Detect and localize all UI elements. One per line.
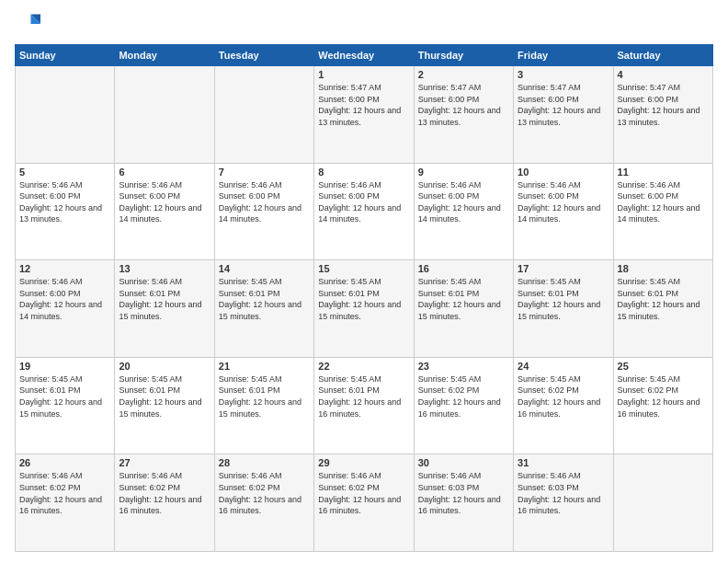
day-info: Sunrise: 5:45 AMSunset: 6:01 PMDaylight:… bbox=[318, 373, 409, 419]
day-number: 18 bbox=[618, 263, 709, 274]
calendar-cell: 28 Sunrise: 5:46 AMSunset: 6:02 PMDaylig… bbox=[214, 454, 313, 552]
calendar-cell: 9 Sunrise: 5:46 AMSunset: 6:00 PMDayligh… bbox=[414, 163, 513, 260]
day-info: Sunrise: 5:46 AMSunset: 6:00 PMDaylight:… bbox=[19, 276, 110, 322]
weekday-header-row: SundayMondayTuesdayWednesdayThursdayFrid… bbox=[16, 45, 713, 66]
calendar-table: SundayMondayTuesdayWednesdayThursdayFrid… bbox=[15, 44, 713, 552]
weekday-header: Monday bbox=[115, 45, 214, 66]
day-number: 23 bbox=[418, 361, 509, 372]
header bbox=[15, 11, 713, 37]
calendar-week-row: 12 Sunrise: 5:46 AMSunset: 6:00 PMDaylig… bbox=[16, 260, 713, 358]
calendar-cell: 26 Sunrise: 5:46 AMSunset: 6:02 PMDaylig… bbox=[16, 454, 115, 552]
day-number: 20 bbox=[119, 361, 210, 372]
day-number: 26 bbox=[19, 457, 110, 468]
day-info: Sunrise: 5:45 AMSunset: 6:02 PMDaylight:… bbox=[618, 373, 709, 419]
calendar-cell: 23 Sunrise: 5:45 AMSunset: 6:02 PMDaylig… bbox=[414, 357, 513, 454]
day-info: Sunrise: 5:45 AMSunset: 6:01 PMDaylight:… bbox=[219, 373, 310, 419]
calendar-cell: 14 Sunrise: 5:45 AMSunset: 6:01 PMDaylig… bbox=[214, 260, 313, 358]
day-number: 8 bbox=[318, 167, 409, 178]
day-number: 11 bbox=[618, 167, 709, 178]
day-info: Sunrise: 5:45 AMSunset: 6:02 PMDaylight:… bbox=[518, 373, 609, 419]
day-info: Sunrise: 5:47 AMSunset: 6:00 PMDaylight:… bbox=[618, 82, 709, 128]
day-info: Sunrise: 5:46 AMSunset: 6:00 PMDaylight:… bbox=[119, 179, 210, 225]
calendar-week-row: 19 Sunrise: 5:45 AMSunset: 6:01 PMDaylig… bbox=[16, 357, 713, 454]
day-number: 13 bbox=[119, 263, 210, 274]
day-number: 3 bbox=[518, 69, 609, 80]
day-number: 27 bbox=[119, 457, 210, 468]
logo bbox=[15, 11, 44, 37]
day-number: 16 bbox=[418, 263, 509, 274]
day-number: 19 bbox=[19, 361, 110, 372]
day-info: Sunrise: 5:46 AMSunset: 6:02 PMDaylight:… bbox=[119, 470, 210, 516]
calendar-cell: 5 Sunrise: 5:46 AMSunset: 6:00 PMDayligh… bbox=[16, 163, 115, 260]
calendar-cell: 12 Sunrise: 5:46 AMSunset: 6:00 PMDaylig… bbox=[16, 260, 115, 358]
weekday-header: Wednesday bbox=[314, 45, 414, 66]
day-number: 7 bbox=[219, 167, 310, 178]
calendar-cell: 29 Sunrise: 5:46 AMSunset: 6:02 PMDaylig… bbox=[314, 454, 414, 552]
day-number: 4 bbox=[618, 69, 709, 80]
day-info: Sunrise: 5:46 AMSunset: 6:02 PMDaylight:… bbox=[219, 470, 310, 516]
day-info: Sunrise: 5:46 AMSunset: 6:03 PMDaylight:… bbox=[418, 470, 509, 516]
calendar-week-row: 1 Sunrise: 5:47 AMSunset: 6:00 PMDayligh… bbox=[16, 66, 713, 164]
day-info: Sunrise: 5:45 AMSunset: 6:01 PMDaylight:… bbox=[418, 276, 509, 322]
calendar-cell: 8 Sunrise: 5:46 AMSunset: 6:00 PMDayligh… bbox=[314, 163, 414, 260]
day-number: 29 bbox=[318, 457, 409, 468]
day-info: Sunrise: 5:46 AMSunset: 6:03 PMDaylight:… bbox=[518, 470, 609, 516]
day-info: Sunrise: 5:47 AMSunset: 6:00 PMDaylight:… bbox=[418, 82, 509, 128]
weekday-header: Friday bbox=[514, 45, 613, 66]
calendar-cell bbox=[16, 66, 115, 164]
day-number: 21 bbox=[219, 361, 310, 372]
day-number: 5 bbox=[19, 167, 110, 178]
day-number: 10 bbox=[518, 167, 609, 178]
calendar-cell: 11 Sunrise: 5:46 AMSunset: 6:00 PMDaylig… bbox=[613, 163, 712, 260]
day-info: Sunrise: 5:45 AMSunset: 6:01 PMDaylight:… bbox=[219, 276, 310, 322]
day-number: 24 bbox=[518, 361, 609, 372]
day-info: Sunrise: 5:46 AMSunset: 6:01 PMDaylight:… bbox=[119, 276, 210, 322]
calendar-cell: 20 Sunrise: 5:45 AMSunset: 6:01 PMDaylig… bbox=[115, 357, 214, 454]
calendar-cell: 30 Sunrise: 5:46 AMSunset: 6:03 PMDaylig… bbox=[414, 454, 513, 552]
day-number: 30 bbox=[418, 457, 509, 468]
day-info: Sunrise: 5:47 AMSunset: 6:00 PMDaylight:… bbox=[318, 82, 409, 128]
day-info: Sunrise: 5:46 AMSunset: 6:00 PMDaylight:… bbox=[19, 179, 110, 225]
calendar-cell bbox=[613, 454, 712, 552]
day-number: 28 bbox=[219, 457, 310, 468]
calendar-cell: 27 Sunrise: 5:46 AMSunset: 6:02 PMDaylig… bbox=[115, 454, 214, 552]
calendar-cell: 25 Sunrise: 5:45 AMSunset: 6:02 PMDaylig… bbox=[613, 357, 712, 454]
calendar-cell: 2 Sunrise: 5:47 AMSunset: 6:00 PMDayligh… bbox=[414, 66, 513, 164]
calendar-cell: 3 Sunrise: 5:47 AMSunset: 6:00 PMDayligh… bbox=[514, 66, 613, 164]
day-info: Sunrise: 5:45 AMSunset: 6:01 PMDaylight:… bbox=[318, 276, 409, 322]
calendar-cell: 19 Sunrise: 5:45 AMSunset: 6:01 PMDaylig… bbox=[16, 357, 115, 454]
calendar-cell: 7 Sunrise: 5:46 AMSunset: 6:00 PMDayligh… bbox=[214, 163, 313, 260]
day-number: 31 bbox=[518, 457, 609, 468]
logo-icon bbox=[15, 11, 40, 37]
day-info: Sunrise: 5:46 AMSunset: 6:02 PMDaylight:… bbox=[19, 470, 110, 516]
weekday-header: Saturday bbox=[613, 45, 712, 66]
day-info: Sunrise: 5:47 AMSunset: 6:00 PMDaylight:… bbox=[518, 82, 609, 128]
calendar-cell: 16 Sunrise: 5:45 AMSunset: 6:01 PMDaylig… bbox=[414, 260, 513, 358]
day-number: 14 bbox=[219, 263, 310, 274]
calendar-cell: 10 Sunrise: 5:46 AMSunset: 6:00 PMDaylig… bbox=[514, 163, 613, 260]
day-number: 22 bbox=[318, 361, 409, 372]
day-number: 6 bbox=[119, 167, 210, 178]
calendar-cell: 17 Sunrise: 5:45 AMSunset: 6:01 PMDaylig… bbox=[514, 260, 613, 358]
calendar-week-row: 26 Sunrise: 5:46 AMSunset: 6:02 PMDaylig… bbox=[16, 454, 713, 552]
day-number: 2 bbox=[418, 69, 509, 80]
day-info: Sunrise: 5:46 AMSunset: 6:00 PMDaylight:… bbox=[219, 179, 310, 225]
calendar-cell bbox=[214, 66, 313, 164]
calendar-week-row: 5 Sunrise: 5:46 AMSunset: 6:00 PMDayligh… bbox=[16, 163, 713, 260]
calendar-cell bbox=[115, 66, 214, 164]
day-info: Sunrise: 5:45 AMSunset: 6:01 PMDaylight:… bbox=[518, 276, 609, 322]
weekday-header: Sunday bbox=[16, 45, 115, 66]
weekday-header: Thursday bbox=[414, 45, 513, 66]
day-info: Sunrise: 5:45 AMSunset: 6:02 PMDaylight:… bbox=[418, 373, 509, 419]
calendar-cell: 15 Sunrise: 5:45 AMSunset: 6:01 PMDaylig… bbox=[314, 260, 414, 358]
calendar-cell: 6 Sunrise: 5:46 AMSunset: 6:00 PMDayligh… bbox=[115, 163, 214, 260]
day-info: Sunrise: 5:46 AMSunset: 6:00 PMDaylight:… bbox=[418, 179, 509, 225]
calendar-cell: 22 Sunrise: 5:45 AMSunset: 6:01 PMDaylig… bbox=[314, 357, 414, 454]
weekday-header: Tuesday bbox=[214, 45, 313, 66]
day-info: Sunrise: 5:46 AMSunset: 6:02 PMDaylight:… bbox=[318, 470, 409, 516]
day-number: 1 bbox=[318, 69, 409, 80]
day-info: Sunrise: 5:46 AMSunset: 6:00 PMDaylight:… bbox=[318, 179, 409, 225]
day-number: 25 bbox=[618, 361, 709, 372]
day-info: Sunrise: 5:45 AMSunset: 6:01 PMDaylight:… bbox=[618, 276, 709, 322]
day-number: 15 bbox=[318, 263, 409, 274]
